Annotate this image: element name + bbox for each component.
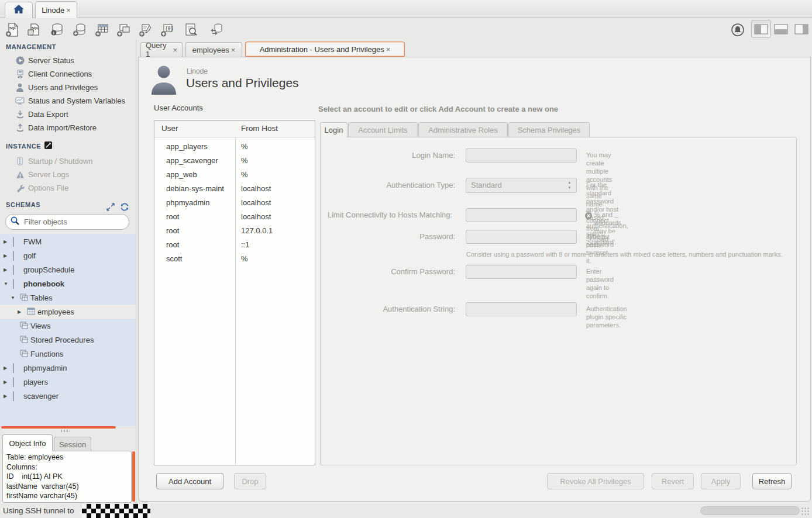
schema-icon (13, 251, 21, 260)
doc-tab-employees[interactable]: employees × (185, 42, 242, 57)
confirm-password-input[interactable] (466, 265, 577, 279)
tree-item-table-employees[interactable]: ▶ employees (0, 305, 136, 319)
tree-item-views[interactable]: Views (0, 319, 136, 333)
toggle-left-panel-button[interactable] (751, 20, 771, 38)
revoke-all-privileges-button[interactable]: Revoke All Privileges (547, 473, 644, 489)
sidebar-item-server-logs[interactable]: Server Logs (0, 168, 136, 181)
close-icon[interactable]: × (231, 46, 236, 54)
table-row[interactable]: phpmyadminlocalhost (154, 196, 315, 210)
password-input[interactable] (466, 230, 577, 244)
expand-schemas-icon[interactable] (106, 203, 115, 213)
open-sql-file-icon[interactable]: SQL (26, 22, 42, 37)
doc-tab-query1[interactable]: Query 1 × (140, 42, 183, 57)
tree-item-schema-players[interactable]: ▶ players (0, 375, 136, 389)
sidebar-item-users-and-privileges[interactable]: Users and Privileges (0, 81, 136, 94)
home-icon (13, 4, 25, 16)
object-info-scrollbar[interactable] (132, 451, 135, 502)
tab-login[interactable]: Login (320, 122, 347, 138)
tree-item-schema-fwm[interactable]: ▶ FWM (0, 234, 136, 248)
data-sync-icon[interactable] (208, 22, 223, 37)
home-tab[interactable] (5, 2, 33, 18)
sidebar-item-data-import[interactable]: Data Import/Restore (0, 121, 136, 134)
table-row[interactable]: root127.0.0.1 (154, 224, 315, 238)
schema-filter (5, 214, 129, 230)
create-function-icon[interactable]: {0} (159, 22, 175, 37)
expander-icon[interactable]: ▶ (4, 379, 7, 385)
procedures-folder-icon (20, 336, 28, 344)
sidebar-item-options-file[interactable]: Options File (0, 181, 136, 195)
expander-icon[interactable]: ▶ (18, 309, 21, 315)
search-objects-icon[interactable] (183, 22, 198, 37)
tree-item-stored-procedures[interactable]: Stored Procedures (0, 333, 136, 347)
schema-icon (13, 378, 21, 386)
revert-button[interactable]: Revert (652, 473, 694, 489)
tab-administrative-roles[interactable]: Administrative Roles (418, 122, 508, 137)
resize-grip[interactable] (801, 507, 810, 516)
tree-item-functions[interactable]: Functions (0, 347, 136, 361)
toggle-bottom-panel-icon (774, 24, 788, 34)
new-sql-tab-icon[interactable]: SQL (4, 22, 20, 37)
add-account-button[interactable]: Add Account (156, 473, 223, 489)
schema-info-icon[interactable]: i (49, 22, 64, 37)
tree-horizontal-scrollbar[interactable] (1, 426, 116, 429)
expander-icon[interactable]: ▶ (4, 393, 7, 399)
expander-icon[interactable]: ▶ (4, 267, 7, 272)
table-row[interactable]: app_players% (154, 140, 315, 154)
doc-tab-administration[interactable]: Administration - Users and Privileges × (245, 42, 405, 57)
login-name-input[interactable] (466, 149, 577, 163)
table-header: User From Host (154, 121, 315, 137)
tree-item-schema-groupschedule[interactable]: ▶ groupSchedule (0, 263, 136, 277)
schema-icon (13, 265, 21, 274)
notification-bell-icon[interactable] (730, 22, 745, 37)
create-schema-icon[interactable] (71, 22, 87, 37)
create-procedure-icon[interactable] (137, 22, 153, 37)
sidebar-item-client-connections[interactable]: Client Connections (0, 67, 136, 81)
refresh-schemas-icon[interactable] (121, 203, 129, 213)
tab-account-limits[interactable]: Account Limits (348, 122, 418, 137)
sidebar-item-data-export[interactable]: Data Export (0, 108, 136, 121)
expander-icon[interactable]: ▶ (4, 365, 7, 371)
expander-icon[interactable]: ▶ (4, 253, 7, 258)
table-row[interactable]: app_web% (154, 168, 315, 182)
filter-objects-input[interactable] (23, 217, 116, 227)
table-row[interactable]: app_scavenger% (154, 154, 315, 168)
auth-string-input[interactable] (466, 302, 577, 316)
column-header-user[interactable]: User (161, 124, 178, 133)
table-row[interactable]: rootlocalhost (154, 210, 315, 224)
column-header-from-host[interactable]: From Host (241, 124, 278, 133)
expander-icon[interactable]: ▶ (4, 239, 7, 244)
tree-item-schema-phpmyadmin[interactable]: ▶ phpmyadmin (0, 361, 136, 375)
close-icon[interactable]: × (173, 46, 177, 54)
create-table-icon[interactable] (94, 22, 109, 37)
tree-item-schema-golf[interactable]: ▶ golf (0, 248, 136, 263)
table-row[interactable]: debian-sys-maintlocalhost (154, 182, 315, 196)
refresh-button[interactable]: Refresh (752, 473, 792, 489)
auth-type-select[interactable]: Standard ▲▼ (466, 178, 577, 193)
tree-item-schema-phonebook[interactable]: ▼ phonebook (0, 277, 136, 291)
table-row[interactable]: scott% (154, 252, 315, 266)
horizontal-scrollbar[interactable] (700, 506, 800, 515)
toggle-bottom-panel-button[interactable] (773, 23, 789, 35)
limit-hosts-input[interactable] (466, 208, 577, 222)
create-view-icon[interactable] (115, 22, 131, 37)
collapse-icon[interactable]: ▼ (11, 295, 15, 301)
table-row[interactable]: root::1 (154, 238, 315, 252)
sidebar-item-startup-shutdown[interactable]: Startup / Shutdown (0, 154, 136, 168)
close-icon[interactable]: × (66, 6, 71, 15)
tree-item-schema-scavenger[interactable]: ▶ scavenger (0, 389, 136, 403)
apply-button[interactable]: Apply (701, 473, 741, 489)
sidebar-item-status-system-variables[interactable]: Status and System Variables (0, 94, 136, 108)
tree-item-tables[interactable]: ▼ Tables (0, 291, 136, 305)
tab-schema-privileges[interactable]: Schema Privileges (508, 122, 590, 137)
drop-button[interactable]: Drop (234, 473, 266, 489)
toggle-right-panel-button[interactable] (794, 23, 809, 35)
sidebar-item-server-status[interactable]: Server Status (0, 54, 136, 67)
tab-session[interactable]: Session (54, 437, 91, 451)
connection-tab[interactable]: Linode × (35, 1, 77, 18)
window-tab-strip: Linode × (0, 0, 812, 18)
collapse-icon[interactable]: ▼ (4, 281, 8, 286)
tab-object-info[interactable]: Object Info (2, 434, 53, 451)
close-icon[interactable]: × (386, 45, 391, 54)
status-message: Using SSH tunnel to (3, 506, 74, 515)
panel-splitter-handle[interactable] (61, 430, 70, 432)
